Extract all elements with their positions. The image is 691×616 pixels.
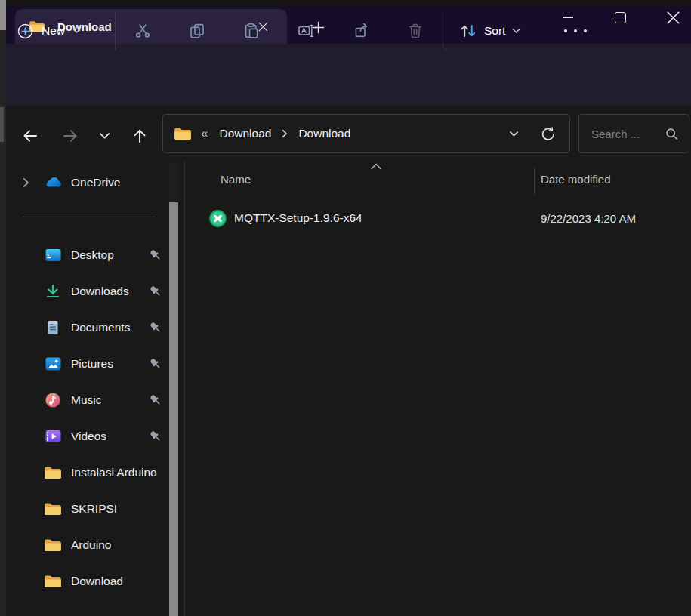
sidebar-item-instalasi-arduino[interactable]: Instalasi Arduino: [6, 454, 181, 491]
share-button[interactable]: [347, 16, 377, 46]
sidebar-item-label: Download: [71, 574, 123, 588]
delete-button[interactable]: [400, 16, 430, 46]
sidebar-item-label: Desktop: [71, 248, 114, 262]
music-icon: [44, 391, 62, 409]
expander-chevron-icon[interactable]: [23, 177, 33, 188]
paste-button[interactable]: [236, 16, 267, 46]
sidebar-item-label: Arduino: [71, 538, 111, 552]
toolbar-divider: [115, 12, 116, 50]
file-date-modified: 9/22/2023 4:20 AM: [541, 212, 636, 225]
chevron-down-icon: [512, 28, 520, 34]
breadcrumb-item[interactable]: Download: [215, 127, 275, 140]
sidebar-item-label: OneDrive: [71, 176, 120, 189]
pin-icon: [148, 356, 163, 371]
sidebar-item-arduino[interactable]: Arduino: [6, 527, 181, 563]
sort-ascending-caret-icon: [370, 163, 382, 170]
sidebar-item-downloads[interactable]: Downloads: [6, 273, 181, 310]
folder-icon: [44, 572, 62, 590]
forward-button[interactable]: [54, 119, 87, 152]
new-button-label: New: [42, 24, 65, 38]
cut-icon: [134, 23, 151, 39]
pictures-icon: [44, 355, 62, 373]
back-button[interactable]: [14, 119, 47, 152]
new-button[interactable]: New: [17, 15, 81, 47]
column-header-date-modified[interactable]: Date modified: [541, 173, 611, 186]
maximize-icon: [615, 12, 626, 23]
command-toolbar: [6, 44, 691, 106]
trash-icon: [407, 23, 424, 39]
more-options-button[interactable]: [555, 16, 596, 46]
breadcrumb-item[interactable]: Download: [295, 127, 354, 140]
sidebar-item-label: Videos: [71, 430, 106, 443]
desktop-icon: [44, 246, 62, 264]
background-window-edge: [0, 0, 6, 616]
sidebar-item-label: Music: [71, 393, 101, 407]
rename-button[interactable]: [291, 16, 321, 46]
column-divider[interactable]: [534, 167, 535, 196]
pin-icon: [148, 248, 163, 263]
folder-icon: [44, 464, 62, 482]
address-bar[interactable]: « Download Download: [162, 114, 570, 153]
up-arrow-icon: [131, 127, 149, 145]
column-header-name[interactable]: Name: [221, 173, 251, 186]
sort-arrows-icon: [459, 22, 477, 40]
file-explorer-window: Download New: [0, 0, 691, 616]
sidebar-item-label: Pictures: [71, 357, 113, 371]
sidebar-item-download[interactable]: Download: [6, 563, 181, 599]
share-icon: [353, 23, 370, 39]
cut-button[interactable]: [128, 16, 158, 46]
search-input[interactable]: [590, 127, 665, 141]
copy-button[interactable]: [182, 16, 212, 46]
sidebar-item-pictures[interactable]: Pictures: [6, 346, 181, 382]
downloads-icon: [44, 282, 62, 300]
toolbar-divider: [446, 12, 446, 50]
breadcrumb-collapse[interactable]: «: [201, 126, 208, 141]
folder-icon: [44, 536, 62, 554]
pin-icon: [148, 429, 163, 444]
sidebar-item-onedrive[interactable]: OneDrive: [6, 165, 181, 201]
search-box[interactable]: [578, 114, 689, 153]
pin-icon: [148, 284, 163, 299]
rename-icon: [298, 23, 314, 39]
sidebar-scrollbar-thumb[interactable]: [169, 202, 178, 616]
back-arrow-icon: [21, 127, 39, 145]
mqttx-app-icon: [209, 210, 227, 227]
videos-icon: [44, 427, 62, 445]
sort-button[interactable]: Sort: [459, 15, 520, 47]
sidebar-item-desktop[interactable]: Desktop: [6, 237, 181, 273]
sort-button-label: Sort: [484, 24, 505, 38]
search-icon: [665, 128, 678, 140]
file-name[interactable]: MQTTX-Setup-1.9.6-x64: [234, 211, 362, 225]
sidebar-item-label: Instalasi Arduino: [71, 466, 157, 479]
folder-icon: [174, 126, 192, 141]
ellipsis-icon: [564, 29, 567, 32]
chevron-down-icon: [99, 132, 110, 140]
recent-locations-button[interactable]: [88, 119, 121, 152]
sidebar-item-music[interactable]: Music: [6, 382, 181, 418]
sidebar-item-videos[interactable]: Videos: [6, 418, 181, 454]
background-window-corner: [0, 0, 6, 30]
pin-icon: [148, 393, 163, 408]
address-dropdown-icon[interactable]: [509, 131, 519, 137]
onedrive-cloud-icon: [44, 174, 62, 192]
forward-arrow-icon: [61, 127, 79, 145]
documents-icon: [44, 319, 62, 337]
pane-separator[interactable]: [184, 162, 185, 616]
paste-icon: [243, 23, 260, 39]
refresh-icon[interactable]: [540, 126, 556, 142]
copy-icon: [189, 23, 205, 39]
sidebar-item-skripsi[interactable]: SKRIPSI: [6, 491, 181, 527]
background-window-sliver: [0, 107, 4, 142]
plus-circle-icon: [17, 23, 34, 40]
sidebar-item-label: Documents: [71, 321, 130, 334]
sidebar-item-documents[interactable]: Documents: [6, 310, 181, 346]
sidebar-item-label: SKRIPSI: [71, 502, 117, 516]
maximize-button[interactable]: [605, 5, 635, 30]
up-button[interactable]: [123, 119, 156, 152]
folder-icon: [44, 500, 62, 518]
close-button[interactable]: [658, 5, 688, 30]
close-icon: [667, 11, 680, 24]
breadcrumb-separator: [282, 129, 288, 138]
chevron-down-icon: [72, 28, 81, 34]
sidebar-divider: [23, 217, 156, 217]
